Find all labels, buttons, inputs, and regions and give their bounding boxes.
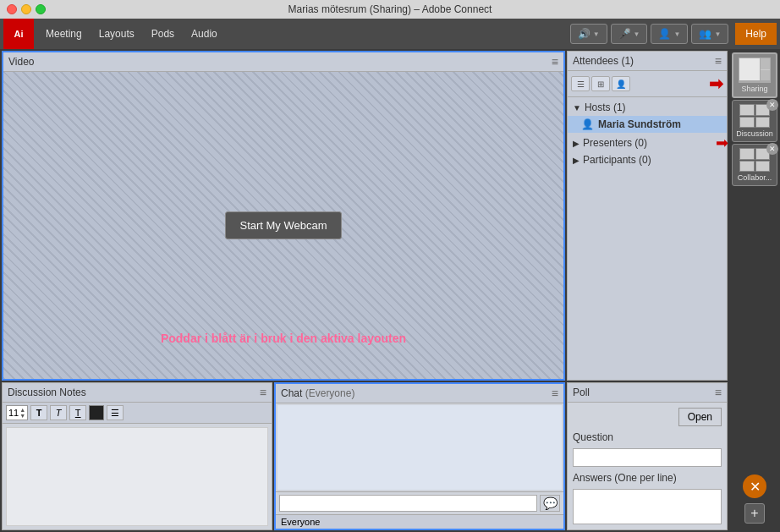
start-webcam-button[interactable]: Start My Webcam xyxy=(225,211,341,239)
video-pod-menu-icon[interactable]: ≡ xyxy=(552,55,558,69)
menu-layouts[interactable]: Layouts xyxy=(91,23,143,45)
speaker-btn[interactable]: 🔊 ▼ xyxy=(570,24,607,44)
camera-arrow: ▼ xyxy=(673,30,680,38)
toolbar-group: 🔊 ▼ 🎤 ▼ 👤 ▼ 👥 ▼ xyxy=(570,24,729,44)
poll-pod-title: Poll xyxy=(573,387,590,398)
collabor-layout-button[interactable]: ✕ Collabor... xyxy=(732,144,777,186)
attendees-menu-icon[interactable]: ≡ xyxy=(715,54,722,68)
content-area: Video ≡ Start My Webcam Poddar i blått ä… xyxy=(0,49,729,532)
hosts-label: Hosts (1) xyxy=(585,101,626,113)
attendees-grid-view-btn[interactable]: ⊞ xyxy=(591,76,610,91)
collabor-label: Collabor... xyxy=(738,173,772,182)
poll-content: Open Question Answers (One per line) xyxy=(568,403,727,529)
red-arrow-right-icon: ➡ xyxy=(709,74,723,94)
sharing-preview-main xyxy=(739,58,760,80)
share-icon: 👥 xyxy=(699,28,711,40)
adobe-logo: Ai xyxy=(3,19,34,49)
chat-pod-title: Chat (Everyone) xyxy=(281,387,354,399)
sharing-layout-button[interactable]: Sharing xyxy=(732,52,777,98)
speaker-icon: 🔊 xyxy=(578,28,590,40)
color-picker[interactable] xyxy=(89,405,104,420)
poll-open-button[interactable]: Open xyxy=(678,408,722,426)
top-row: Video ≡ Start My Webcam Poddar i blått ä… xyxy=(2,51,728,381)
presenters-row[interactable]: ▶ Presenters (0) ➡ xyxy=(568,134,727,151)
mic-arrow: ▼ xyxy=(634,30,640,38)
discussion-layout-preview xyxy=(739,104,770,128)
mic-icon: 🎤 xyxy=(618,28,631,40)
attendees-title: Attendees (1) xyxy=(573,55,634,67)
chat-send-button[interactable]: 💬 xyxy=(540,495,560,512)
list-button[interactable]: ☰ xyxy=(107,405,124,420)
close-button[interactable] xyxy=(7,4,17,14)
discussion-layout-button[interactable]: ✕ Discussion xyxy=(732,100,777,142)
hosts-arrow-icon: ▼ xyxy=(573,103,581,112)
discussion-pod-title: Discussion Notes xyxy=(8,387,86,398)
attendees-info-btn[interactable]: 👤 xyxy=(612,76,630,91)
chat-input[interactable] xyxy=(279,495,537,512)
video-pod-title: Video xyxy=(8,56,34,68)
bold-button[interactable]: T xyxy=(30,405,47,420)
mic-btn[interactable]: 🎤 ▼ xyxy=(611,24,648,44)
poll-pod-header: Poll ≡ xyxy=(568,383,727,403)
answers-textarea[interactable] xyxy=(573,489,722,524)
grid-cell-4 xyxy=(755,117,771,129)
sharing-preview-side-top xyxy=(761,58,770,69)
menu-meeting[interactable]: Meeting xyxy=(37,23,91,45)
font-size-value: 11 xyxy=(8,408,19,418)
camera-icon: 👤 xyxy=(658,28,671,40)
discussion-toolbar: 11 ▲ ▼ T T T ☰ xyxy=(3,403,272,424)
collabor-grid-cell-4 xyxy=(755,161,771,173)
discussion-close-icon[interactable]: ✕ xyxy=(766,99,778,111)
participants-row[interactable]: ▶ Participants (0) xyxy=(568,151,727,168)
remove-layout-button[interactable]: ✕ xyxy=(743,474,766,498)
speaker-arrow: ▼ xyxy=(593,30,600,38)
font-size-arrows[interactable]: ▲ ▼ xyxy=(19,407,25,419)
hosts-header[interactable]: ▼ Hosts (1) xyxy=(568,99,727,116)
red-arrow-presenters-icon: ➡ xyxy=(716,134,728,152)
maximize-button[interactable] xyxy=(36,4,46,14)
question-input[interactable] xyxy=(573,448,722,467)
share-btn[interactable]: 👥 ▼ xyxy=(691,24,728,44)
discussion-content[interactable] xyxy=(6,427,268,526)
font-size-selector[interactable]: 11 ▲ ▼ xyxy=(6,405,28,420)
grid-cell-3 xyxy=(739,117,755,129)
participants-arrow-icon: ▶ xyxy=(573,156,580,165)
video-content: Start My Webcam Poddar i blått är i bruk… xyxy=(3,72,563,379)
window-title: Marias mötesrum (Sharing) – Adobe Connec… xyxy=(288,3,492,15)
poll-pod: Poll ≡ Open Question Answers (One per li… xyxy=(567,382,728,530)
user-icon: 👤 xyxy=(581,118,594,130)
underline-button[interactable]: T xyxy=(69,405,86,420)
collabor-grid-cell-1 xyxy=(739,148,755,160)
question-label: Question xyxy=(573,431,722,443)
main-area: Video ≡ Start My Webcam Poddar i blått ä… xyxy=(0,49,780,532)
camera-btn[interactable]: 👤 ▼ xyxy=(651,24,688,44)
menu-items: Meeting Layouts Pods Audio xyxy=(34,23,570,45)
help-button[interactable]: Help xyxy=(735,23,777,45)
chat-footer: Everyone xyxy=(276,514,563,529)
add-layout-button[interactable]: + xyxy=(744,503,765,524)
attendees-list-view-btn[interactable]: ☰ xyxy=(571,76,590,91)
answers-label: Answers (One per line) xyxy=(573,472,722,484)
discussion-sidebar-label: Discussion xyxy=(736,129,773,138)
discussion-menu-icon[interactable]: ≡ xyxy=(260,386,266,399)
video-pod-header: Video ≡ xyxy=(3,52,563,72)
discussion-pod-header: Discussion Notes ≡ xyxy=(3,383,272,403)
menu-audio[interactable]: Audio xyxy=(183,23,226,45)
sidebar-bottom: ✕ + xyxy=(743,474,766,529)
menu-pods[interactable]: Pods xyxy=(143,23,183,45)
minimize-button[interactable] xyxy=(21,4,31,14)
video-pod: Video ≡ Start My Webcam Poddar i blått ä… xyxy=(2,51,565,381)
chat-menu-icon[interactable]: ≡ xyxy=(552,387,558,400)
hosts-section: ▼ Hosts (1) 👤 Maria Sundström xyxy=(568,97,727,134)
chat-input-row: 💬 xyxy=(276,491,563,514)
host-item: 👤 Maria Sundström xyxy=(568,116,727,133)
poll-menu-icon[interactable]: ≡ xyxy=(715,386,722,399)
collabor-close-icon[interactable]: ✕ xyxy=(766,143,778,155)
sharing-preview-side-bottom xyxy=(761,70,770,81)
right-sidebar: Sharing ✕ Discussion ✕ Collabor... xyxy=(729,49,780,532)
italic-button[interactable]: T xyxy=(50,405,67,420)
attendees-pod: Attendees (1) ≡ ☰ ⊞ 👤 ➡ ▼ Hosts (1) xyxy=(567,51,728,381)
grid-cell-1 xyxy=(739,104,755,116)
attendees-header: Attendees (1) ≡ xyxy=(568,52,727,71)
bottom-row: Discussion Notes ≡ 11 ▲ ▼ T T T ☰ xyxy=(2,382,728,530)
